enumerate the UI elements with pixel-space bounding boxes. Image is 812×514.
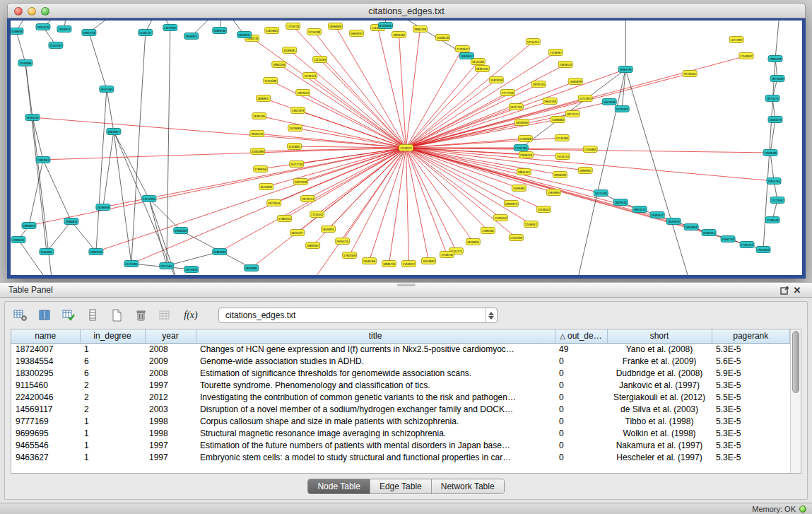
- graph-node[interactable]: 16485039: [568, 78, 582, 85]
- graph-node[interactable]: 18440814: [322, 226, 336, 233]
- graph-edge[interactable]: [317, 148, 406, 214]
- graph-node[interactable]: 18381890: [251, 148, 265, 155]
- graph-edge[interactable]: [96, 89, 107, 252]
- new-table-button[interactable]: [108, 308, 125, 323]
- graph-node[interactable]: 18570628: [184, 267, 199, 273]
- graph-edge[interactable]: [406, 148, 409, 264]
- graph-node[interactable]: 17548746: [440, 252, 454, 258]
- graph-node[interactable]: 21926974: [57, 26, 71, 33]
- graph-node[interactable]: 11548407: [739, 53, 753, 59]
- table-row[interactable]: 946554611997Estimation of the future num…: [11, 439, 790, 451]
- graph-node[interactable]: 19797245: [531, 81, 546, 88]
- column-visibility-button[interactable]: [36, 308, 53, 323]
- graph-edge[interactable]: [290, 50, 406, 148]
- graph-node[interactable]: 19915573: [632, 206, 647, 213]
- graph-edge[interactable]: [406, 148, 501, 218]
- graph-node[interactable]: 19958539: [553, 172, 567, 178]
- graph-edge[interactable]: [389, 148, 406, 264]
- graph-node[interactable]: 16649197: [350, 30, 364, 37]
- graph-edge[interactable]: [406, 148, 447, 255]
- graph-edge[interactable]: [625, 69, 692, 275]
- graph-node[interactable]: 16116092: [421, 258, 435, 264]
- graph-node[interactable]: 14627879: [291, 107, 305, 114]
- panel-resize-handle[interactable]: [397, 284, 416, 286]
- row-height-button[interactable]: [84, 308, 101, 323]
- graph-node[interactable]: 18160035: [466, 239, 480, 245]
- graph-node[interactable]: 17106440: [765, 217, 779, 223]
- graph-node[interactable]: 21802063: [36, 157, 50, 163]
- graph-edge[interactable]: [406, 148, 512, 204]
- graph-node[interactable]: 19356716: [336, 238, 350, 245]
- graph-node[interactable]: 19734545: [683, 71, 697, 77]
- graph-node[interactable]: 19306396: [174, 228, 188, 234]
- graph-edge[interactable]: [114, 132, 149, 199]
- graph-node[interactable]: 17084253: [278, 216, 292, 222]
- graph-node[interactable]: 25260058: [11, 28, 23, 35]
- graph-node[interactable]: 15316069: [288, 125, 302, 132]
- graph-node[interactable]: 12217097: [729, 37, 743, 43]
- graph-node[interactable]: 20711465: [160, 263, 174, 269]
- graph-edge[interactable]: [406, 56, 747, 148]
- graph-node[interactable]: 17240417: [399, 145, 413, 151]
- graph-node[interactable]: 12781213: [303, 73, 317, 79]
- graph-edge[interactable]: [103, 132, 114, 207]
- graph-node[interactable]: 17376728: [286, 23, 300, 30]
- graph-node[interactable]: 19245816: [756, 247, 770, 253]
- graph-node[interactable]: 23020937: [237, 32, 252, 38]
- graph-node[interactable]: 18668038: [329, 23, 343, 30]
- column-header-year[interactable]: year: [145, 329, 196, 343]
- graph-node[interactable]: 16122203: [471, 59, 485, 65]
- graph-node[interactable]: 16679489: [602, 99, 616, 105]
- graph-edge[interactable]: [71, 221, 96, 252]
- tab-network-table[interactable]: Network Table: [431, 479, 504, 493]
- graph-edge[interactable]: [266, 148, 406, 187]
- table-row[interactable]: 1456911722003Disruption of a novel membe…: [11, 403, 790, 415]
- column-header-short[interactable]: short: [607, 329, 712, 343]
- function-builder-button[interactable]: f(x): [180, 308, 201, 323]
- graph-node[interactable]: 21123567: [770, 197, 784, 204]
- graph-node[interactable]: 16061264: [272, 62, 286, 68]
- graph-node[interactable]: 11246467: [548, 49, 563, 56]
- graph-node[interactable]: 21252995: [142, 196, 156, 202]
- column-header-title[interactable]: title: [196, 329, 555, 343]
- graph-node[interactable]: 17254541: [310, 211, 324, 218]
- graph-node[interactable]: 18209481: [283, 47, 297, 54]
- graph-edge[interactable]: [406, 148, 601, 193]
- graph-node[interactable]: 18600917: [257, 95, 271, 102]
- graph-node[interactable]: 16385447: [650, 212, 664, 218]
- graph-node[interactable]: 12116186: [555, 135, 569, 141]
- tab-node-table[interactable]: Node Table: [308, 479, 370, 493]
- table-settings-button[interactable]: [12, 308, 29, 323]
- graph-edge[interactable]: [114, 132, 131, 264]
- graph-node[interactable]: 19965718: [82, 30, 96, 36]
- graph-node[interactable]: 20808788: [213, 28, 227, 34]
- graph-node[interactable]: 15740542: [536, 206, 551, 213]
- graph-edge[interactable]: [29, 148, 406, 226]
- graph-node[interactable]: 23104886: [18, 60, 33, 66]
- graph-node[interactable]: 19733751: [301, 196, 315, 202]
- graph-edge[interactable]: [252, 148, 406, 268]
- column-header-out-degree[interactable]: △out_de…: [555, 329, 607, 343]
- table-row[interactable]: 977716911998Corpus callosum shape and si…: [11, 415, 790, 427]
- graph-edge[interactable]: [149, 199, 167, 266]
- import-table-button[interactable]: [60, 308, 77, 323]
- graph-node[interactable]: 20818902: [245, 265, 259, 271]
- graph-node[interactable]: 14850524: [558, 62, 572, 68]
- graph-node[interactable]: 16227134: [509, 104, 523, 110]
- graph-edge[interactable]: [406, 74, 690, 148]
- graph-node[interactable]: 19733654: [267, 200, 281, 206]
- graph-edge[interactable]: [89, 33, 107, 89]
- graph-node[interactable]: 17785627: [455, 46, 469, 52]
- graph-node[interactable]: 15586118: [435, 35, 449, 41]
- graph-node[interactable]: 19464794: [618, 66, 632, 73]
- graph-node[interactable]: 21076407: [163, 25, 177, 31]
- graph-edge[interactable]: [406, 119, 558, 148]
- graph-node[interactable]: 18274575: [765, 95, 779, 102]
- graph-node[interactable]: 25056061: [40, 249, 54, 255]
- graph-node[interactable]: 22005931: [11, 237, 25, 243]
- graph-node[interactable]: 15495901: [512, 185, 526, 192]
- graph-edge[interactable]: [279, 64, 406, 148]
- graph-node[interactable]: 18192679: [666, 218, 681, 225]
- graph-edge[interactable]: [406, 81, 576, 148]
- graph-node[interactable]: 17497242: [740, 242, 754, 248]
